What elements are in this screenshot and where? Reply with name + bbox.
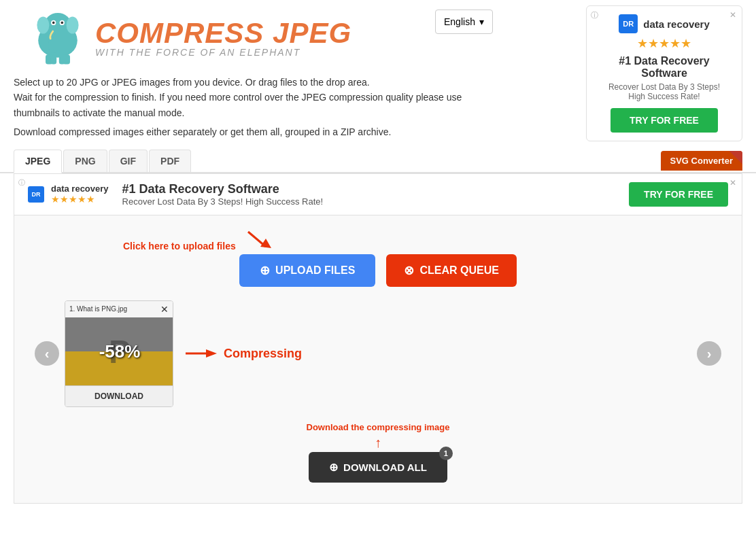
svg-point-4 xyxy=(52,22,55,24)
compressing-label: Compressing xyxy=(224,347,302,361)
lang-label: English xyxy=(444,16,475,27)
svg-point-6 xyxy=(37,16,49,33)
tab-jpeg[interactable]: JPEG xyxy=(14,150,62,173)
thumb-header: 1. What is PNG.jpg ✕ xyxy=(65,301,173,317)
thumb-image: P -58% xyxy=(65,317,173,385)
ad-panel-right: ⓘ ✕ DR data recovery ★★★★★ #1 Data Recov… xyxy=(586,5,742,141)
file-name: 1. What is PNG.jpg xyxy=(69,305,127,313)
inner-ad-banner: ⓘ ✕ DR data recovery ★★★★★ #1 Data Recov… xyxy=(14,174,742,215)
button-row: ⊕ UPLOAD FILES ⊗ CLEAR QUEUE xyxy=(28,254,728,287)
svg-point-5 xyxy=(61,22,64,24)
ad-brand-name: data recovery xyxy=(643,18,710,30)
svg-marker-15 xyxy=(206,349,217,358)
logo-title: COMPRESS JPEG xyxy=(95,17,351,50)
ad-stars: ★★★★★ xyxy=(595,36,734,51)
inner-ad-left: DR data recovery ★★★★★ xyxy=(28,184,109,205)
download-all-area: Download the compressing image ↑ ⊕ DOWNL… xyxy=(28,421,728,489)
language-selector[interactable]: English ▾ xyxy=(435,10,493,34)
ad-logo-square: DR xyxy=(619,14,638,33)
tabs-row: JPEG PNG GIF PDF SVG Converter xyxy=(0,150,756,173)
inner-ad-brand: data recovery xyxy=(51,184,109,194)
download-all-button[interactable]: ⊕ DOWNLOAD ALL 1 xyxy=(309,452,447,483)
compression-percent: -58% xyxy=(99,341,141,362)
arrow-up-icon: ↑ xyxy=(375,435,381,451)
arrow-down-icon xyxy=(245,229,273,251)
thumb-download-button[interactable]: DOWNLOAD xyxy=(65,385,173,406)
inner-ad-stars: ★★★★★ xyxy=(51,194,109,205)
logo-area: COMPRESS JPEG WITH THE FORCE OF AN ELEPH… xyxy=(27,7,351,68)
desc-line3: Download compressed images either separa… xyxy=(14,126,391,137)
thumb-close-icon[interactable]: ✕ xyxy=(160,304,169,315)
desc-line2: Wait for the compression to finish. If y… xyxy=(14,92,462,118)
inner-ad-try-button[interactable]: TRY FOR FREE xyxy=(629,182,728,207)
inner-ad-logo: DR xyxy=(28,186,44,203)
svg-rect-11 xyxy=(59,56,65,65)
ad-close-icon[interactable]: ✕ xyxy=(729,10,736,20)
compressing-area: Compressing xyxy=(184,347,302,361)
inner-ad-close-icon[interactable]: ✕ xyxy=(729,178,736,188)
desc-line1: Select up to 20 JPG or JPEG images from … xyxy=(14,77,370,88)
inner-ad-sub: Recover Lost Data By 3 Steps! High Succe… xyxy=(122,196,630,207)
upload-icon: ⊕ xyxy=(260,263,270,278)
elephant-logo xyxy=(27,7,88,68)
tab-pdf[interactable]: PDF xyxy=(149,150,191,172)
svg-converter-button[interactable]: SVG Converter xyxy=(661,151,742,171)
prev-arrow[interactable]: ‹ xyxy=(35,341,59,366)
logo-subtitle: WITH THE FORCE OF AN ELEPHANT xyxy=(95,47,351,58)
upload-files-button[interactable]: ⊕ UPLOAD FILES xyxy=(239,254,375,287)
ad-logo-row: DR data recovery xyxy=(595,14,734,33)
svg-point-7 xyxy=(67,16,79,33)
ad-try-button[interactable]: TRY FOR FREE xyxy=(611,108,718,133)
clear-queue-button[interactable]: ⊗ CLEAR QUEUE xyxy=(386,254,516,287)
thumbnail-card: 1. What is PNG.jpg ✕ P -58% DOWNLOAD xyxy=(65,300,173,407)
clear-icon: ⊗ xyxy=(404,263,414,278)
next-arrow[interactable]: › xyxy=(697,341,721,366)
ad-info-icon: ⓘ xyxy=(591,10,598,20)
upload-area: Click here to upload files ⊕ UPLOAD FILE… xyxy=(14,215,742,503)
tab-png[interactable]: PNG xyxy=(63,150,107,172)
download-hint: Download the compressing image xyxy=(307,422,450,432)
files-row: ‹ 1. What is PNG.jpg ✕ P -58% DOWNLOAD xyxy=(28,300,728,407)
description-area: Select up to 20 JPG or JPEG images from … xyxy=(0,68,517,150)
inner-ad-center: #1 Data Recovery Software Recover Lost D… xyxy=(122,182,630,207)
main-area: ⓘ ✕ DR data recovery ★★★★★ #1 Data Recov… xyxy=(14,173,742,504)
svg-rect-10 xyxy=(50,56,56,65)
tab-gif[interactable]: GIF xyxy=(109,150,148,172)
click-hint: Click here to upload files xyxy=(123,229,273,251)
arrow-right-icon xyxy=(184,347,218,360)
chevron-down-icon: ▾ xyxy=(479,16,484,27)
download-all-icon: ⊕ xyxy=(329,461,338,474)
inner-ad-title: #1 Data Recovery Software xyxy=(122,182,630,196)
inner-ad-info-icon: ⓘ xyxy=(18,178,25,188)
count-badge: 1 xyxy=(439,447,453,460)
ad-subtitle: Recover Lost Data By 3 Steps! High Succe… xyxy=(595,82,734,101)
ad-title: #1 Data Recovery Software xyxy=(595,55,734,80)
